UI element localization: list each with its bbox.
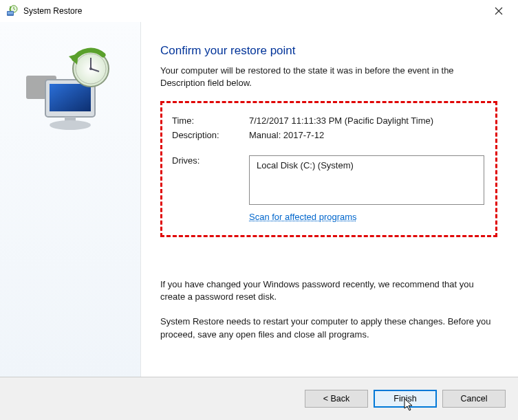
time-value: 7/12/2017 11:11:33 PM (Pacific Daylight …	[249, 115, 484, 126]
time-label: Time:	[172, 115, 249, 126]
svg-rect-3	[8, 12, 13, 14]
drives-listbox[interactable]: Local Disk (C:) (System)	[249, 155, 484, 205]
main-panel: Confirm your restore point Your computer…	[141, 22, 518, 377]
sidebar-image-panel	[0, 22, 141, 377]
drives-label: Drives:	[172, 155, 249, 205]
svg-point-12	[50, 120, 91, 130]
back-button[interactable]: < Back	[305, 390, 368, 408]
cancel-button[interactable]: Cancel	[442, 390, 506, 408]
page-heading: Confirm your restore point	[160, 44, 497, 58]
close-button[interactable]	[485, 1, 512, 21]
system-restore-icon	[6, 5, 18, 17]
restart-note: System Restore needs to restart your com…	[160, 316, 497, 340]
svg-point-17	[89, 67, 92, 70]
restore-details-highlight: Time: 7/12/2017 11:11:33 PM (Pacific Day…	[160, 101, 497, 237]
password-note: If you have changed your Windows passwor…	[160, 278, 497, 303]
system-restore-illustration	[22, 47, 118, 136]
page-subtext: Your computer will be restored to the st…	[160, 65, 497, 89]
titlebar: System Restore	[0, 0, 518, 22]
finish-button[interactable]: Finish	[374, 390, 437, 408]
scan-affected-programs-link[interactable]: Scan for affected programs	[249, 212, 357, 222]
svg-rect-10	[50, 84, 91, 111]
description-value: Manual: 2017-7-12	[249, 130, 484, 140]
button-bar: < Back Finish Cancel	[0, 377, 518, 420]
content-area: Confirm your restore point Your computer…	[0, 22, 518, 377]
description-label: Description:	[172, 130, 249, 140]
window-title: System Restore	[23, 6, 485, 16]
drives-item: Local Disk (C:) (System)	[257, 160, 354, 170]
